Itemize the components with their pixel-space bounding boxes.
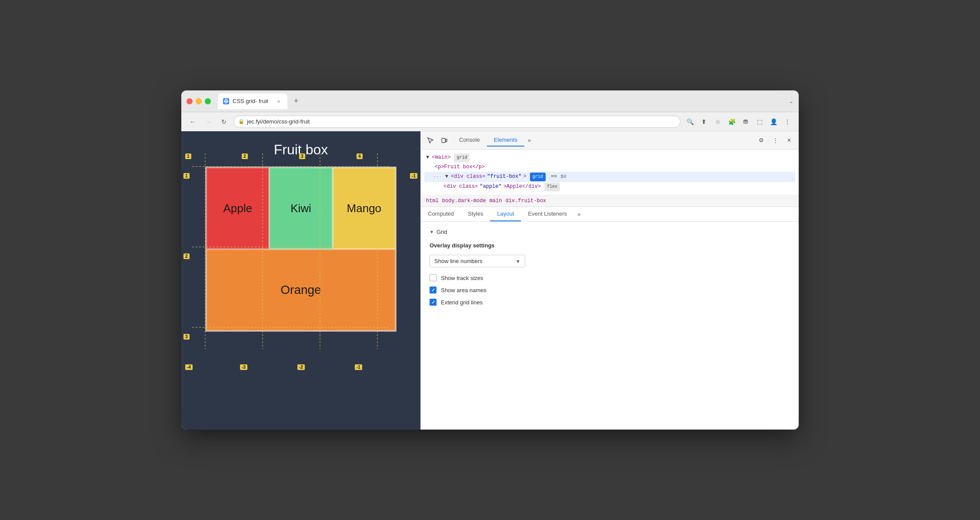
dom-line-div-apple: <div class="apple">Apple</div> flex [426,182,793,192]
new-tab-button[interactable]: + [290,95,302,107]
badge-bottom-1: -1 [355,364,362,370]
apple-class-val: "apple" [480,182,501,192]
div-apple-close: >Apple</div> [503,182,541,192]
breadcrumb-main[interactable]: main [490,198,502,204]
overlay-settings-title: Overlay display settings [430,242,790,249]
triangle-div: ▼ [445,172,448,182]
div-class-val: "fruit-box" [487,172,521,182]
devtools-tabs: Console Elements » [452,134,602,147]
apple-flex-badge: flex [544,183,560,191]
elements-tab[interactable]: Elements [487,134,524,147]
show-track-sizes-checkbox[interactable] [430,274,437,281]
dropdown-arrow-icon: ▼ [516,259,520,264]
panel-tabs: Computed Styles Layout Event Listeners » [421,207,799,222]
webpage-area: Fruit box 1 2 [181,131,420,430]
badge-top-1: 1 [185,153,191,159]
tab-area: CSS grid- fruit × + [218,93,786,109]
styles-tab[interactable]: Styles [461,207,490,221]
dropdown-label: Show line numbers [434,258,483,264]
devtools-menu-button[interactable]: ⋮ [769,134,781,147]
more-tabs-icon[interactable]: » [524,134,534,146]
badge-left-1: 1 [183,173,190,179]
orange-cell: Orange [206,249,396,331]
traffic-lights [187,98,211,104]
badge-right-1: -1 [410,173,417,179]
refresh-button[interactable]: ↻ [218,116,230,128]
grid-section-triangle: ▼ [430,230,434,234]
grid-section-title: Grid [437,229,447,235]
main-grid-badge: grid [454,153,470,162]
address-text: jec.fyi/demo/css-grid-fruit [247,118,676,125]
nav-bar: ← → ↻ 🔒 jec.fyi/demo/css-grid-fruit 🔍 ⬆ … [181,112,799,131]
fruit-grid: Apple Kiwi Mango Orange [205,167,397,332]
line-numbers-dropdown[interactable]: Show line numbers ▼ [430,255,525,267]
breadcrumb-body[interactable]: body.dark-mode [442,198,486,204]
equals-sign: == [551,172,557,182]
inspect-element-button[interactable] [424,134,437,147]
div-close-bracket: > [523,172,526,182]
div-fruit-box-tag[interactable]: <div class= [451,172,485,182]
active-tab[interactable]: CSS grid- fruit × [218,93,287,109]
computed-tab[interactable]: Computed [421,207,461,221]
window-icon[interactable]: ⬚ [753,116,766,128]
tab-close-button[interactable]: × [275,98,282,105]
extend-grid-lines-row: Extend grid lines [430,299,790,306]
dom-line-div-fruit-box[interactable]: ··· ▼ <div class="fruit-box"> grid == $0 [424,172,795,182]
main-tag[interactable]: <main> [432,153,450,163]
tab-chevron-icon[interactable]: ⌄ [789,98,793,104]
title-bar: CSS grid- fruit × + ⌄ [181,90,799,112]
p-tag[interactable]: <p>Fruit box</p> [435,163,485,172]
lock-icon: 🔒 [238,119,244,124]
badge-bottom-3: -3 [240,364,247,370]
webpage-title: Fruit box [181,131,420,167]
zoom-icon[interactable]: 🔍 [684,116,696,128]
devtools-close-button[interactable]: × [783,134,795,147]
show-area-names-label: Show area names [441,287,487,293]
nav-icons: 🔍 ⬆ ☆ 🧩 ⛃ ⬚ 👤 ⋮ [684,116,793,128]
tab-title: CSS grid- fruit [233,98,272,104]
dom-line-p: <p>Fruit box</p> [426,163,793,172]
breadcrumb-html[interactable]: html [426,198,439,204]
badge-top-3: 3 [299,153,305,159]
devtools-toolbar: Console Elements » ⚙ ⋮ × [421,131,799,150]
close-traffic-light[interactable] [187,98,193,104]
devtools-settings-button[interactable]: ⚙ [755,134,767,147]
extensions-icon[interactable]: 🧩 [726,116,738,128]
show-area-names-checkbox[interactable] [430,287,437,293]
browser-window: CSS grid- fruit × + ⌄ ← → ↻ 🔒 jec.fyi/de… [181,90,799,430]
dropdown-row: Show line numbers ▼ [430,255,790,267]
profile-icon[interactable]: 👤 [767,116,780,128]
device-mode-button[interactable] [438,134,450,147]
svg-rect-11 [446,139,447,142]
bookmark-icon[interactable]: ☆ [712,116,724,128]
more-menu-icon[interactable]: ⋮ [781,116,793,128]
layout-tab[interactable]: Layout [490,207,521,221]
extend-grid-lines-label: Extend grid lines [441,299,483,306]
triangle-main: ▼ [426,153,429,163]
puzzle-icon[interactable]: ⛃ [740,116,752,128]
grid-section-header[interactable]: ▼ Grid [430,229,790,235]
share-icon[interactable]: ⬆ [698,116,710,128]
back-button[interactable]: ← [187,116,199,128]
badge-left-2: 2 [183,253,190,259]
show-track-sizes-label: Show track sizes [441,275,483,281]
svg-rect-10 [442,138,445,143]
breadcrumb-div-fruit-box[interactable]: div.fruit-box [505,198,546,204]
div-apple-tag[interactable]: <div class= [443,182,478,192]
minimize-traffic-light[interactable] [196,98,202,104]
extend-grid-lines-checkbox[interactable] [430,299,437,306]
badge-top-4: 4 [357,153,363,159]
event-listeners-tab[interactable]: Event Listeners [521,207,574,221]
console-tab[interactable]: Console [452,134,487,147]
fruit-box-grid-badge: grid [530,173,546,181]
maximize-traffic-light[interactable] [205,98,211,104]
main-content: Fruit box 1 2 [181,131,799,430]
dom-line-main: ▼ <main> grid [426,153,793,163]
address-bar[interactable]: 🔒 jec.fyi/demo/css-grid-fruit [233,116,680,128]
badge-bottom-4: -4 [185,364,193,370]
dollar-zero: $0 [560,173,566,181]
panel-more-icon[interactable]: » [574,207,584,221]
badge-bottom-2: -2 [297,364,305,370]
forward-button[interactable]: → [202,116,214,128]
show-track-sizes-row: Show track sizes [430,274,790,281]
